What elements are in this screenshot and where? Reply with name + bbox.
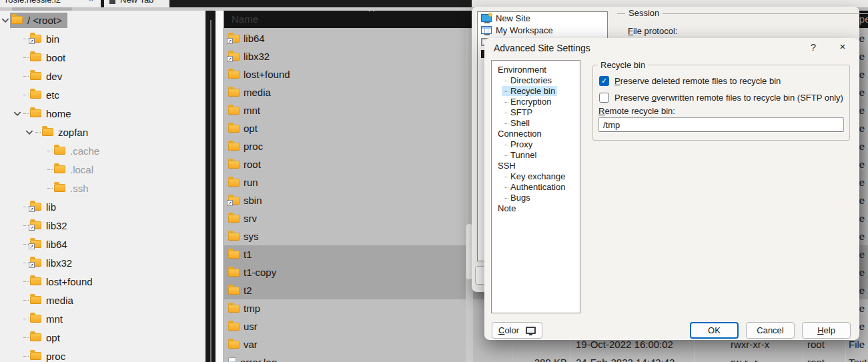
ok-button[interactable]: OK — [690, 322, 739, 339]
close-icon[interactable]: × — [835, 41, 850, 54]
panel-divider[interactable] — [215, 7, 223, 362]
nav-item[interactable]: Connection — [492, 128, 580, 139]
file-row[interactable]: ↗ opt — [224, 119, 467, 137]
nav-item[interactable]: Key exchange — [492, 171, 580, 181]
file-row-icon: ↗ — [228, 287, 240, 295]
tree-item[interactable]: ↗ opt — [0, 328, 205, 347]
tree-item[interactable]: ↗ proc — [0, 347, 205, 362]
file-row[interactable]: ↗ root — [224, 155, 467, 173]
tree-item[interactable]: ↗ etc — [0, 85, 205, 104]
tree-item[interactable]: ↗ boot — [0, 48, 205, 67]
dialog-help-icon[interactable]: ? — [806, 41, 821, 55]
tree-item[interactable]: ↗ zopfan — [0, 123, 205, 141]
tree-scrollbar[interactable] — [205, 7, 215, 362]
nav-item[interactable]: Authentication — [492, 181, 580, 192]
tab-close-icon[interactable]: × — [89, 0, 93, 4]
nav-item[interactable]: SSH — [492, 160, 580, 171]
site-item-new-site[interactable]: New Site — [478, 12, 607, 24]
file-row[interactable]: ↗ tmp — [224, 299, 467, 317]
file-row[interactable]: ↗ libx32 — [224, 47, 467, 65]
tree-item[interactable]: ↗ libx32 — [0, 253, 205, 272]
file-row[interactable]: ↗ media — [224, 83, 467, 101]
nav-item[interactable]: Proxy — [492, 139, 580, 149]
file-row[interactable]: ↗ sbin — [224, 191, 467, 209]
tree-item-label: media — [46, 295, 73, 306]
checkbox-checked[interactable]: ✓ — [599, 76, 609, 86]
tree-item[interactable]: ↗ mnt — [0, 309, 205, 328]
remote-recycle-bin-input[interactable] — [598, 117, 844, 132]
tree-item[interactable]: ↗ .ssh — [0, 179, 205, 197]
chevron-down-icon[interactable] — [13, 111, 21, 116]
help-button[interactable]: Help — [802, 322, 851, 339]
tree-item[interactable]: ↗ .cache — [0, 141, 205, 160]
tree-item[interactable]: ↗ .local — [0, 160, 205, 179]
file-row[interactable]: ↗ t1-copy — [224, 263, 467, 281]
nav-item[interactable]: Note — [492, 203, 580, 213]
site-item-my-workspace[interactable]: My Workspace — [478, 24, 607, 36]
sparkle-icon — [488, 13, 492, 17]
chevron-down-icon[interactable] — [1, 18, 9, 23]
tree-scrollbar-thumb[interactable] — [210, 20, 211, 362]
folder-icon: ↗ — [54, 165, 65, 173]
folder-icon: ↗ — [30, 72, 41, 80]
file-row[interactable]: ↗ srv — [224, 209, 467, 227]
file-row-label: media — [244, 87, 271, 98]
remote-recycle-bin-label: Remote recycle bin: — [598, 106, 675, 116]
tree-item[interactable]: ↗ / <root> — [0, 11, 205, 29]
nav-item[interactable]: Directories — [492, 75, 580, 85]
file-row-label: opt — [244, 123, 258, 134]
folder-icon: ↗ — [30, 277, 41, 285]
file-row[interactable]: ↗ mnt — [224, 101, 467, 119]
tree-item-label: mnt — [46, 313, 63, 325]
file-row-icon: ↗ — [228, 323, 240, 331]
tree-item[interactable]: ↗ lib64 — [0, 235, 205, 253]
file-row[interactable]: ↗ sys — [224, 227, 467, 245]
nav-item-label: SFTP — [502, 107, 534, 117]
file-row-icon: ↗ — [228, 215, 240, 223]
tree-item[interactable]: ↗ dev — [0, 67, 205, 85]
file-row-icon: ↗ — [228, 179, 240, 187]
folder-icon: ↗ — [30, 315, 41, 323]
checkbox-unchecked[interactable] — [599, 93, 609, 103]
tab-session[interactable]: rosie.nessie.i2 × — [0, 0, 101, 7]
tree-item-inner: ↗ home — [22, 106, 77, 121]
new-tab-icon — [109, 0, 115, 4]
file-row-icon: ↗ — [228, 143, 240, 151]
nav-item[interactable]: SFTP — [492, 107, 580, 117]
tree-item-label: lib — [46, 201, 56, 213]
file-row[interactable]: ↗ var — [224, 335, 467, 353]
file-row[interactable]: ↗ error.log — [224, 353, 467, 362]
file-row[interactable]: ↗ t2 — [224, 281, 467, 299]
nav-item[interactable]: Tunnel — [492, 149, 580, 160]
nav-item[interactable]: Environment — [492, 64, 580, 75]
tree-item[interactable]: ↗ bin — [0, 29, 205, 48]
tree-item[interactable]: ↗ lost+found — [0, 272, 205, 291]
chevron-down-icon[interactable] — [25, 130, 33, 135]
tree-item-inner: ↗ mnt — [22, 311, 68, 327]
nav-item[interactable]: Shell — [492, 117, 580, 128]
tree-item[interactable]: ↗ home — [0, 104, 205, 123]
file-row[interactable]: ↗ t1 — [224, 245, 467, 263]
file-row-icon: ↗ — [228, 35, 240, 43]
cancel-button[interactable]: Cancel — [746, 322, 795, 339]
bg-file-row[interactable]: 289 KB 24-Feb-2023 14:43:42 rw-r--r-- ro… — [472, 353, 868, 362]
file-row-label: sbin — [244, 195, 262, 206]
file-row[interactable]: ↗ lib64 — [224, 29, 467, 47]
file-row[interactable]: ↗ lost+found — [224, 65, 467, 83]
tree-item[interactable]: ↗ media — [0, 291, 205, 309]
tree-item-inner: ↗ etc — [22, 87, 65, 103]
file-row[interactable]: ↗ run — [224, 173, 467, 191]
tree-item-label: lib32 — [46, 220, 67, 231]
color-button[interactable]: Color — [492, 322, 542, 339]
tree-item-label: proc — [46, 351, 65, 362]
tree-item[interactable]: ↗ lib32 — [0, 216, 205, 235]
nav-item[interactable]: Encryption — [492, 96, 580, 107]
nav-item[interactable]: Bugs — [492, 192, 580, 203]
tree-item[interactable]: ↗ lib — [0, 197, 205, 216]
file-protocol-label: File protocol: — [628, 26, 677, 36]
nav-item[interactable]: Recycle bin — [492, 85, 580, 96]
file-row[interactable]: ↗ proc — [224, 137, 467, 155]
file-row[interactable]: ↗ usr — [224, 317, 467, 335]
column-header-name[interactable]: Name — [224, 11, 473, 28]
tab-new-tab[interactable]: New Tab — [104, 0, 169, 7]
